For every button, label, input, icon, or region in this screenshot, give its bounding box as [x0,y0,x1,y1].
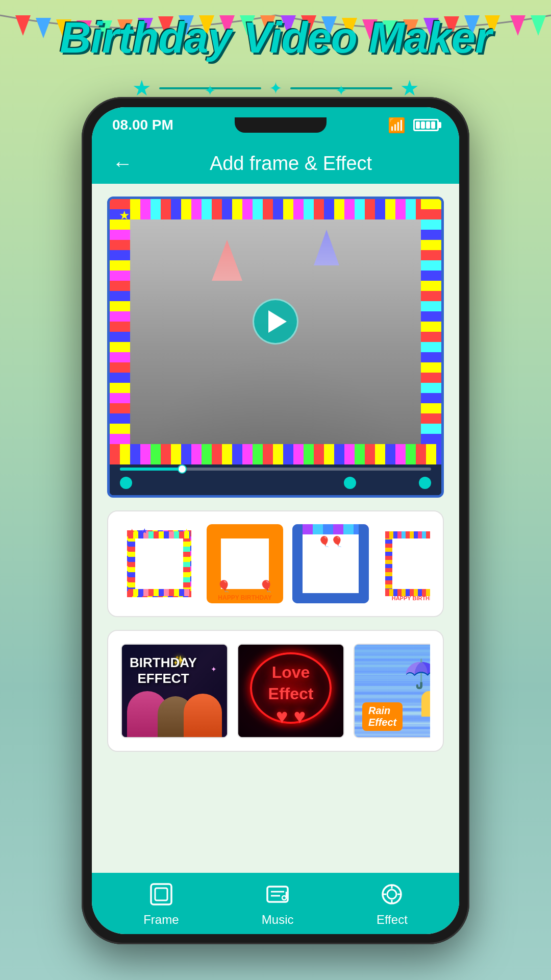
effect-birthday-text: BIRTHDAYEFFECT [130,655,197,687]
frame-item-4[interactable]: HAPPY BIRTHDAY [378,524,430,603]
notch [235,117,327,133]
status-bar: 08.00 PM 📶 [92,107,459,143]
nav-item-frame[interactable]: Frame [143,880,179,927]
video-border-bottom [110,444,441,464]
deco-star-right: ★ [400,76,419,101]
frame-item-3[interactable]: 🎈🎈 [292,524,369,603]
title-decoration: ★ ✦ ✦ ✦ ★ [92,76,459,101]
svg-rect-26 [151,884,171,904]
trim-right[interactable] [419,477,431,489]
back-button[interactable]: ← [112,152,133,175]
phone-frame: 08.00 PM 📶 ← Add frame & Effect [82,97,469,944]
music-icon [264,880,292,909]
play-triangle [268,310,287,333]
video-border-left [110,199,130,464]
frame-label-4: HAPPY BIRTHDAY [378,595,430,601]
svg-rect-27 [155,888,167,900]
progress-thumb[interactable] [178,464,187,474]
nav-title: Add frame & Effect [143,153,439,175]
bottom-nav: Frame Music [92,873,459,934]
video-border-top [110,199,441,219]
frame-item-2[interactable]: 🎈 🎈 HAPPY BIRTHDAY [207,524,283,603]
video-player[interactable]: ★ ★ 1:05 [107,197,444,498]
deco-star-left: ★ [132,76,152,101]
effect-item-rain[interactable]: ☂️ RainEffect [354,644,430,738]
video-thumbnail [110,199,441,444]
status-icons: 📶 [388,117,439,134]
nav-item-music[interactable]: Music [262,880,294,927]
phone-screen: 08.00 PM 📶 ← Add frame & Effect [92,107,459,934]
main-content: ★ ★ 1:05 [92,184,459,873]
play-button[interactable] [253,299,298,345]
progress-track[interactable] [120,468,431,471]
frames-grid: ✦ ★ ✦ 🎈 🎈 HAPPY BIRTHDAY [121,524,430,603]
effect-item-birthday[interactable]: ✨ ✦ BIRTHDAYEFFECT [121,644,228,738]
love-effect-text: LoveEffect [268,662,314,720]
effects-grid: ✨ ✦ BIRTHDAYEFFECT LoveEffect [121,644,430,738]
trim-center[interactable] [344,477,356,489]
frame-icon [147,880,175,909]
rain-effect-label: RainEffect [362,702,403,731]
deco-star-center: ✦ [269,79,283,98]
nav-label-effect: Effect [377,913,408,927]
frames-section: ✦ ★ ✦ 🎈 🎈 HAPPY BIRTHDAY [107,510,444,617]
trim-left[interactable] [120,477,132,489]
nav-label-music: Music [262,913,294,927]
effect-item-love[interactable]: LoveEffect ♥ ♥ [237,644,344,738]
nav-bar: ← Add frame & Effect [92,143,459,184]
effects-section: ✨ ✦ BIRTHDAYEFFECT LoveEffect [107,630,444,752]
wifi-icon: 📶 [388,117,406,134]
effect-icon [378,880,406,909]
video-border-right [421,199,441,464]
svg-point-34 [387,890,396,899]
star-tl: ★ [119,208,130,223]
progress-fill [120,468,182,471]
nav-item-effect[interactable]: Effect [377,880,408,927]
star-tr: ★ [421,208,432,223]
battery-icon [413,119,439,131]
nav-label-frame: Frame [143,913,179,927]
frame-label-2: HAPPY BIRTHDAY [207,594,283,601]
status-time: 08.00 PM [112,117,173,133]
app-title: Birthday Video Maker [0,13,551,63]
frame-item-1[interactable]: ✦ ★ ✦ [121,524,197,603]
umbrella-icon: ☂️ [404,657,430,691]
